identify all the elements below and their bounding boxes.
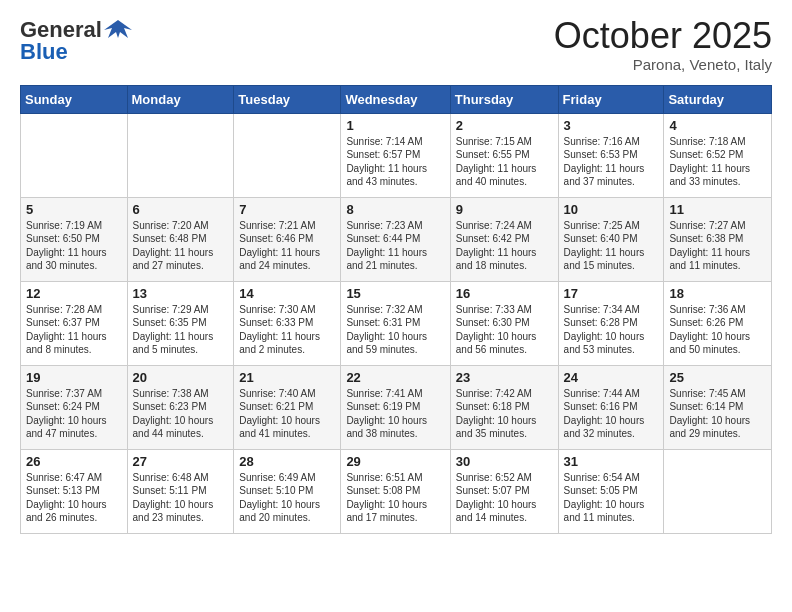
calendar-week-row: 26Sunrise: 6:47 AM Sunset: 5:13 PM Dayli… <box>21 449 772 533</box>
col-monday: Monday <box>127 85 234 113</box>
col-sunday: Sunday <box>21 85 128 113</box>
day-number: 15 <box>346 286 444 301</box>
table-row: 24Sunrise: 7:44 AM Sunset: 6:16 PM Dayli… <box>558 365 664 449</box>
day-info: Sunrise: 7:36 AM Sunset: 6:26 PM Dayligh… <box>669 303 766 357</box>
day-number: 19 <box>26 370 122 385</box>
day-number: 10 <box>564 202 659 217</box>
table-row: 20Sunrise: 7:38 AM Sunset: 6:23 PM Dayli… <box>127 365 234 449</box>
table-row: 7Sunrise: 7:21 AM Sunset: 6:46 PM Daylig… <box>234 197 341 281</box>
day-number: 6 <box>133 202 229 217</box>
day-number: 16 <box>456 286 553 301</box>
month-title: October 2025 <box>554 16 772 56</box>
day-info: Sunrise: 7:42 AM Sunset: 6:18 PM Dayligh… <box>456 387 553 441</box>
logo-bird-icon <box>104 16 132 44</box>
day-info: Sunrise: 7:40 AM Sunset: 6:21 PM Dayligh… <box>239 387 335 441</box>
day-number: 8 <box>346 202 444 217</box>
day-info: Sunrise: 6:47 AM Sunset: 5:13 PM Dayligh… <box>26 471 122 525</box>
day-number: 4 <box>669 118 766 133</box>
day-info: Sunrise: 7:37 AM Sunset: 6:24 PM Dayligh… <box>26 387 122 441</box>
day-info: Sunrise: 7:28 AM Sunset: 6:37 PM Dayligh… <box>26 303 122 357</box>
table-row: 28Sunrise: 6:49 AM Sunset: 5:10 PM Dayli… <box>234 449 341 533</box>
table-row: 23Sunrise: 7:42 AM Sunset: 6:18 PM Dayli… <box>450 365 558 449</box>
day-info: Sunrise: 7:45 AM Sunset: 6:14 PM Dayligh… <box>669 387 766 441</box>
table-row: 19Sunrise: 7:37 AM Sunset: 6:24 PM Dayli… <box>21 365 128 449</box>
table-row: 17Sunrise: 7:34 AM Sunset: 6:28 PM Dayli… <box>558 281 664 365</box>
table-row <box>234 113 341 197</box>
logo-blue-text: Blue <box>20 40 68 64</box>
day-number: 27 <box>133 454 229 469</box>
table-row: 13Sunrise: 7:29 AM Sunset: 6:35 PM Dayli… <box>127 281 234 365</box>
day-number: 25 <box>669 370 766 385</box>
table-row: 8Sunrise: 7:23 AM Sunset: 6:44 PM Daylig… <box>341 197 450 281</box>
table-row: 18Sunrise: 7:36 AM Sunset: 6:26 PM Dayli… <box>664 281 772 365</box>
day-info: Sunrise: 6:48 AM Sunset: 5:11 PM Dayligh… <box>133 471 229 525</box>
day-number: 30 <box>456 454 553 469</box>
day-info: Sunrise: 7:32 AM Sunset: 6:31 PM Dayligh… <box>346 303 444 357</box>
day-info: Sunrise: 7:23 AM Sunset: 6:44 PM Dayligh… <box>346 219 444 273</box>
day-info: Sunrise: 7:16 AM Sunset: 6:53 PM Dayligh… <box>564 135 659 189</box>
table-row: 4Sunrise: 7:18 AM Sunset: 6:52 PM Daylig… <box>664 113 772 197</box>
day-info: Sunrise: 6:54 AM Sunset: 5:05 PM Dayligh… <box>564 471 659 525</box>
calendar-header-row: Sunday Monday Tuesday Wednesday Thursday… <box>21 85 772 113</box>
table-row <box>127 113 234 197</box>
logo: General Blue <box>20 16 132 64</box>
table-row: 9Sunrise: 7:24 AM Sunset: 6:42 PM Daylig… <box>450 197 558 281</box>
location-subtitle: Parona, Veneto, Italy <box>554 56 772 73</box>
day-info: Sunrise: 7:25 AM Sunset: 6:40 PM Dayligh… <box>564 219 659 273</box>
day-number: 11 <box>669 202 766 217</box>
day-number: 28 <box>239 454 335 469</box>
day-info: Sunrise: 6:51 AM Sunset: 5:08 PM Dayligh… <box>346 471 444 525</box>
table-row: 11Sunrise: 7:27 AM Sunset: 6:38 PM Dayli… <box>664 197 772 281</box>
table-row: 5Sunrise: 7:19 AM Sunset: 6:50 PM Daylig… <box>21 197 128 281</box>
day-number: 1 <box>346 118 444 133</box>
table-row: 1Sunrise: 7:14 AM Sunset: 6:57 PM Daylig… <box>341 113 450 197</box>
day-info: Sunrise: 7:27 AM Sunset: 6:38 PM Dayligh… <box>669 219 766 273</box>
table-row: 15Sunrise: 7:32 AM Sunset: 6:31 PM Dayli… <box>341 281 450 365</box>
title-block: October 2025 Parona, Veneto, Italy <box>554 16 772 73</box>
day-number: 21 <box>239 370 335 385</box>
table-row: 14Sunrise: 7:30 AM Sunset: 6:33 PM Dayli… <box>234 281 341 365</box>
day-info: Sunrise: 7:15 AM Sunset: 6:55 PM Dayligh… <box>456 135 553 189</box>
calendar-week-row: 1Sunrise: 7:14 AM Sunset: 6:57 PM Daylig… <box>21 113 772 197</box>
day-info: Sunrise: 7:41 AM Sunset: 6:19 PM Dayligh… <box>346 387 444 441</box>
day-number: 2 <box>456 118 553 133</box>
day-number: 14 <box>239 286 335 301</box>
day-number: 9 <box>456 202 553 217</box>
day-number: 26 <box>26 454 122 469</box>
calendar-week-row: 19Sunrise: 7:37 AM Sunset: 6:24 PM Dayli… <box>21 365 772 449</box>
day-info: Sunrise: 7:33 AM Sunset: 6:30 PM Dayligh… <box>456 303 553 357</box>
calendar-week-row: 5Sunrise: 7:19 AM Sunset: 6:50 PM Daylig… <box>21 197 772 281</box>
table-row: 25Sunrise: 7:45 AM Sunset: 6:14 PM Dayli… <box>664 365 772 449</box>
col-saturday: Saturday <box>664 85 772 113</box>
table-row: 10Sunrise: 7:25 AM Sunset: 6:40 PM Dayli… <box>558 197 664 281</box>
day-number: 13 <box>133 286 229 301</box>
day-info: Sunrise: 7:19 AM Sunset: 6:50 PM Dayligh… <box>26 219 122 273</box>
table-row: 30Sunrise: 6:52 AM Sunset: 5:07 PM Dayli… <box>450 449 558 533</box>
table-row: 29Sunrise: 6:51 AM Sunset: 5:08 PM Dayli… <box>341 449 450 533</box>
table-row: 6Sunrise: 7:20 AM Sunset: 6:48 PM Daylig… <box>127 197 234 281</box>
day-info: Sunrise: 6:49 AM Sunset: 5:10 PM Dayligh… <box>239 471 335 525</box>
day-number: 23 <box>456 370 553 385</box>
col-friday: Friday <box>558 85 664 113</box>
day-number: 29 <box>346 454 444 469</box>
day-number: 20 <box>133 370 229 385</box>
table-row: 2Sunrise: 7:15 AM Sunset: 6:55 PM Daylig… <box>450 113 558 197</box>
day-number: 18 <box>669 286 766 301</box>
day-number: 31 <box>564 454 659 469</box>
day-number: 22 <box>346 370 444 385</box>
calendar-table: Sunday Monday Tuesday Wednesday Thursday… <box>20 85 772 534</box>
day-info: Sunrise: 7:29 AM Sunset: 6:35 PM Dayligh… <box>133 303 229 357</box>
header: General Blue October 2025 Parona, Veneto… <box>20 16 772 73</box>
day-info: Sunrise: 7:21 AM Sunset: 6:46 PM Dayligh… <box>239 219 335 273</box>
table-row: 16Sunrise: 7:33 AM Sunset: 6:30 PM Dayli… <box>450 281 558 365</box>
table-row: 12Sunrise: 7:28 AM Sunset: 6:37 PM Dayli… <box>21 281 128 365</box>
svg-marker-0 <box>104 20 132 38</box>
table-row <box>664 449 772 533</box>
day-info: Sunrise: 7:38 AM Sunset: 6:23 PM Dayligh… <box>133 387 229 441</box>
day-number: 24 <box>564 370 659 385</box>
table-row: 31Sunrise: 6:54 AM Sunset: 5:05 PM Dayli… <box>558 449 664 533</box>
day-number: 12 <box>26 286 122 301</box>
day-info: Sunrise: 7:44 AM Sunset: 6:16 PM Dayligh… <box>564 387 659 441</box>
day-number: 5 <box>26 202 122 217</box>
day-info: Sunrise: 7:30 AM Sunset: 6:33 PM Dayligh… <box>239 303 335 357</box>
